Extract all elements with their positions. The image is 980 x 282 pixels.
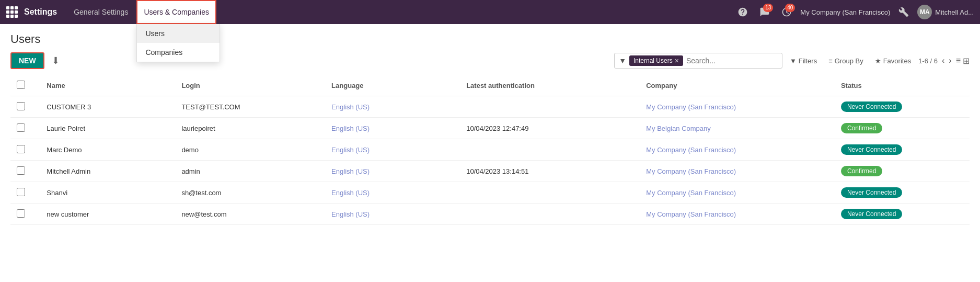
header-company[interactable]: Company [640,75,835,96]
table-row[interactable]: Marc Demo demo English (US) My Company (… [10,139,970,161]
row-auth [460,182,640,204]
row-login: admin [175,161,325,182]
row-language: English (US) [325,118,460,139]
table-row[interactable]: Shanvi sh@test.com English (US) My Compa… [10,182,970,204]
filters-icon: ▼ [790,57,797,65]
dropdown-users[interactable]: Users [137,24,220,43]
favorites-button[interactable]: ★ Favorites [871,55,915,67]
settings-wrench-icon[interactable] [895,4,912,20]
pagination-info: 1-6 / 6 ‹ › ≡ ⊞ [918,56,970,66]
row-checkbox-cell [10,96,40,118]
status-badge: Never Connected [841,144,902,155]
table-row[interactable]: CUSTOMER 3 TEST@TEST.COM English (US) My… [10,96,970,118]
header-login[interactable]: Login [175,75,325,96]
row-name: CUSTOMER 3 [40,96,175,118]
search-input[interactable] [686,57,778,65]
row-checkbox-cell [10,204,40,225]
row-checkbox[interactable] [17,209,25,218]
header-name[interactable]: Name [40,75,175,96]
select-all-checkbox[interactable] [17,81,25,89]
row-name: Shanvi [40,182,175,204]
row-language: English (US) [325,204,460,225]
row-company: My Company (San Francisco) [640,161,835,182]
row-status: Never Connected [835,139,970,161]
app-title: Settings [24,7,57,17]
row-checkbox-cell [10,118,40,139]
navbar: Settings General Settings Users & Compan… [0,0,980,24]
table-row[interactable]: Laurie Poiret lauriepoiret English (US) … [10,118,970,139]
row-company: My Belgian Company [640,118,835,139]
search-tag-internal-users: Internal Users × [629,55,683,66]
row-status: Never Connected [835,204,970,225]
filters-button[interactable]: ▼ Filters [786,55,821,67]
activity-icon-btn[interactable]: 40 [778,4,795,20]
table-body: CUSTOMER 3 TEST@TEST.COM English (US) My… [10,96,970,225]
row-checkbox[interactable] [17,102,25,110]
favorites-icon: ★ [875,57,881,65]
row-checkbox[interactable] [17,123,25,132]
row-login: sh@test.com [175,182,325,204]
messages-badge: 13 [763,4,773,12]
table-row[interactable]: new customer new@test.com English (US) M… [10,204,970,225]
row-language: English (US) [325,161,460,182]
status-badge: Confirmed [841,123,882,133]
header-status[interactable]: Status [835,75,970,96]
user-name: Mitchell Ad... [935,8,974,16]
groupby-button[interactable]: ≡ Group By [824,55,868,67]
row-name: Mitchell Admin [40,161,175,182]
messages-icon-btn[interactable]: 13 [756,4,773,20]
row-auth: 10/04/2023 13:14:51 [460,161,640,182]
kanban-view-button[interactable]: ⊞ [963,56,970,66]
nav-users-companies-dropdown: Users & Companies Users Companies [136,0,216,24]
header-language[interactable]: Language [325,75,460,96]
row-checkbox-cell [10,161,40,182]
nav-general-settings[interactable]: General Settings [67,0,134,24]
row-login: lauriepoiret [175,118,325,139]
search-bar: ▼ Internal Users × [614,53,782,69]
row-login: demo [175,139,325,161]
download-icon-btn[interactable]: ⬇ [49,53,63,69]
groupby-icon: ≡ [828,57,833,65]
row-auth: 10/04/2023 12:47:49 [460,118,640,139]
dropdown-menu: Users Companies [136,24,220,62]
new-button[interactable]: NEW [10,52,44,69]
row-status: Confirmed [835,161,970,182]
row-language: English (US) [325,182,460,204]
search-area: ▼ Internal Users × ▼ Filters ≡ Group By … [614,53,970,69]
row-checkbox-cell [10,139,40,161]
search-tag-label: Internal Users [633,57,673,64]
row-checkbox-cell [10,182,40,204]
users-table: Name Login Language Latest authenticatio… [10,75,970,225]
status-badge: Never Connected [841,101,902,112]
row-language: English (US) [325,96,460,118]
row-name: new customer [40,204,175,225]
row-login: TEST@TEST.COM [175,96,325,118]
status-badge: Never Connected [841,209,902,219]
company-name[interactable]: My Company (San Francisco) [800,8,890,16]
search-tag-remove[interactable]: × [675,57,679,65]
row-checkbox[interactable] [17,145,25,153]
row-checkbox[interactable] [17,166,25,175]
list-view-button[interactable]: ≡ [956,56,961,65]
status-badge: Never Connected [841,187,902,198]
row-name: Laurie Poiret [40,118,175,139]
row-company: My Company (San Francisco) [640,204,835,225]
next-page-button[interactable]: › [949,56,951,65]
row-company: My Company (San Francisco) [640,182,835,204]
nav-users-companies[interactable]: Users & Companies [136,0,216,24]
table-header-row: Name Login Language Latest authenticatio… [10,75,970,96]
prev-page-button[interactable]: ‹ [942,56,944,65]
table-row[interactable]: Mitchell Admin admin English (US) 10/04/… [10,161,970,182]
row-auth [460,204,640,225]
row-auth [460,139,640,161]
header-checkbox-col [10,75,40,96]
pagination-text: 1-6 / 6 [918,57,938,65]
user-menu[interactable]: MA Mitchell Ad... [917,5,974,19]
view-toggle: ≡ ⊞ [956,56,970,66]
apps-icon[interactable] [6,6,18,18]
support-icon-btn[interactable] [734,4,751,20]
row-checkbox[interactable] [17,188,25,196]
row-company: My Company (San Francisco) [640,96,835,118]
header-auth[interactable]: Latest authentication [460,75,640,96]
dropdown-companies[interactable]: Companies [137,43,220,62]
